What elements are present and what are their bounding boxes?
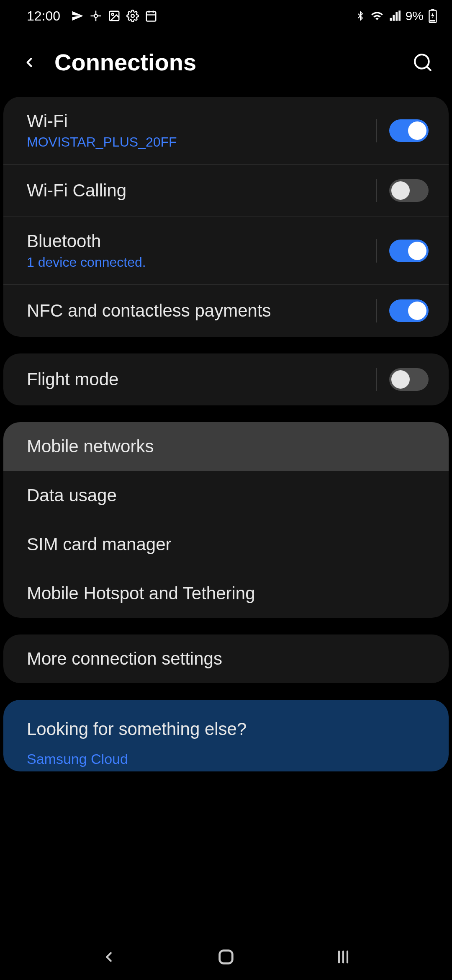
chevron-left-icon <box>101 948 117 966</box>
connections-group-4: More connection settings <box>3 634 449 683</box>
svg-rect-9 <box>431 9 434 10</box>
data-usage-text: Data usage <box>27 485 429 505</box>
mobile-networks-title: Mobile networks <box>27 436 429 456</box>
suggestion-title: Looking for something else? <box>27 719 425 739</box>
sim-manager-title: SIM card manager <box>27 534 429 554</box>
navigation-bar <box>0 934 452 980</box>
wifi-subtitle: MOVISTAR_PLUS_20FF <box>27 134 376 150</box>
wifi-calling-toggle[interactable] <box>389 179 429 202</box>
sim-manager-text: SIM card manager <box>27 534 429 554</box>
recents-icon <box>335 949 352 965</box>
wifi-toggle[interactable] <box>389 119 429 142</box>
toggle-thumb <box>391 181 410 200</box>
connections-group-1: Wi-Fi MOVISTAR_PLUS_20FF Wi-Fi Calling B… <box>3 97 449 337</box>
flight-mode-title: Flight mode <box>27 369 376 389</box>
divider <box>376 368 377 391</box>
flight-mode-text: Flight mode <box>27 369 376 389</box>
wifi-row[interactable]: Wi-Fi MOVISTAR_PLUS_20FF <box>3 97 449 164</box>
photo-icon <box>108 10 121 22</box>
bluetooth-title: Bluetooth <box>27 231 376 251</box>
bluetooth-row[interactable]: Bluetooth 1 device connected. <box>3 217 449 284</box>
flight-mode-toggle[interactable] <box>389 368 429 391</box>
suggestion-link-samsung-cloud[interactable]: Samsung Cloud <box>27 751 425 767</box>
chevron-left-icon <box>22 53 37 72</box>
telegram-icon <box>71 10 84 22</box>
wifi-calling-text: Wi-Fi Calling <box>27 181 376 201</box>
home-square-icon <box>216 947 236 967</box>
svg-line-12 <box>427 66 431 70</box>
divider <box>376 119 377 142</box>
divider <box>376 179 377 202</box>
data-usage-title: Data usage <box>27 485 429 505</box>
more-settings-title: More connection settings <box>27 649 429 669</box>
battery-percent: 9% <box>406 9 424 23</box>
nfc-title: NFC and contactless payments <box>27 301 376 321</box>
wifi-title: Wi-Fi <box>27 111 376 131</box>
nav-back-button[interactable] <box>96 944 121 970</box>
sim-manager-row[interactable]: SIM card manager <box>3 520 449 569</box>
wifi-calling-title: Wi-Fi Calling <box>27 181 376 201</box>
settings-status-icon <box>126 10 139 22</box>
wifi-status-icon <box>370 10 384 22</box>
more-settings-text: More connection settings <box>27 649 429 669</box>
pinwheel-icon <box>90 10 102 22</box>
calendar-status-icon <box>145 10 157 22</box>
status-right: 9% <box>355 9 437 23</box>
page-title: Connections <box>54 49 398 76</box>
bluetooth-subtitle: 1 device connected. <box>27 255 376 270</box>
data-usage-row[interactable]: Data usage <box>3 471 449 520</box>
nfc-text: NFC and contactless payments <box>27 301 376 321</box>
hotspot-text: Mobile Hotspot and Tethering <box>27 583 429 603</box>
nav-recents-button[interactable] <box>331 944 356 970</box>
toggle-thumb <box>391 370 410 389</box>
svg-rect-13 <box>220 951 233 964</box>
svg-rect-10 <box>430 20 435 22</box>
status-bar: 12:00 9% <box>0 0 452 32</box>
divider <box>376 299 377 322</box>
hotspot-title: Mobile Hotspot and Tethering <box>27 583 429 603</box>
toggle-thumb <box>408 121 426 140</box>
wifi-text: Wi-Fi MOVISTAR_PLUS_20FF <box>27 111 376 150</box>
content: Wi-Fi MOVISTAR_PLUS_20FF Wi-Fi Calling B… <box>0 97 452 771</box>
toggle-thumb <box>408 302 426 320</box>
wifi-calling-row[interactable]: Wi-Fi Calling <box>3 164 449 217</box>
search-button[interactable] <box>410 50 435 75</box>
svg-point-0 <box>94 14 98 18</box>
page-header: Connections <box>0 32 452 97</box>
status-left: 12:00 <box>27 8 157 24</box>
nav-home-button[interactable] <box>213 944 239 970</box>
signal-status-icon <box>389 10 401 22</box>
toggle-thumb <box>408 242 426 260</box>
svg-rect-4 <box>146 12 156 21</box>
mobile-networks-row[interactable]: Mobile networks <box>3 422 449 471</box>
nfc-toggle[interactable] <box>389 299 429 322</box>
mobile-networks-text: Mobile networks <box>27 436 429 456</box>
suggestion-card[interactable]: Looking for something else? Samsung Clou… <box>3 700 449 771</box>
svg-point-3 <box>131 14 134 18</box>
flight-mode-row[interactable]: Flight mode <box>3 353 449 405</box>
divider <box>376 239 377 263</box>
connections-group-2: Flight mode <box>3 353 449 405</box>
connections-group-3: Mobile networks Data usage SIM card mana… <box>3 422 449 618</box>
bluetooth-toggle[interactable] <box>389 240 429 262</box>
status-time: 12:00 <box>27 8 60 24</box>
nfc-row[interactable]: NFC and contactless payments <box>3 284 449 337</box>
search-icon <box>412 52 433 73</box>
more-settings-row[interactable]: More connection settings <box>3 634 449 683</box>
back-button[interactable] <box>17 50 42 75</box>
bluetooth-status-icon <box>355 10 365 22</box>
battery-status-icon <box>429 9 437 23</box>
hotspot-row[interactable]: Mobile Hotspot and Tethering <box>3 569 449 618</box>
svg-point-2 <box>112 13 114 15</box>
bluetooth-text: Bluetooth 1 device connected. <box>27 231 376 270</box>
